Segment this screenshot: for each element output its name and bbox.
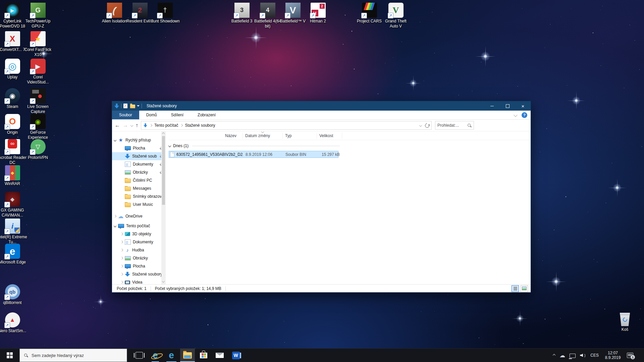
chevron-right-icon[interactable] xyxy=(120,281,123,284)
volume-icon[interactable] xyxy=(580,353,586,358)
tab-zobrazeni[interactable]: Zobrazení xyxy=(191,111,223,119)
chevron-right-icon[interactable] xyxy=(120,233,123,235)
file-explorer-button[interactable] xyxy=(180,349,195,362)
close-button[interactable]: × xyxy=(515,101,531,111)
search-box[interactable]: Prohledat:... xyxy=(435,121,474,130)
ribbon-collapse-icon[interactable] xyxy=(514,113,517,117)
group-header[interactable]: Dnes (1) xyxy=(169,141,531,150)
file-row[interactable]: 630572_1495861_V530ABIV2b2_D2.bin 8.9.20… xyxy=(169,151,338,158)
chevron-right-icon[interactable] xyxy=(120,265,123,267)
desktop-icon-project-cars[interactable]: ↗Project CARS xyxy=(355,3,384,24)
sidebar-item-stazene-soub[interactable]: Stažené soub xyxy=(112,152,166,160)
tab-soubor[interactable]: Soubor xyxy=(112,111,139,119)
desktop-icon-geforce-experience[interactable]: ↗GeForce Experience xyxy=(23,114,53,140)
up-button[interactable]: ↑ xyxy=(136,123,138,128)
titlebar[interactable]: Stažené soubory × xyxy=(112,101,531,111)
sidebar-item-cisteni-pc[interactable]: Čištění PC xyxy=(112,176,166,184)
forward-button[interactable]: → xyxy=(123,123,128,128)
recent-locations-icon[interactable] xyxy=(130,124,133,127)
start-button[interactable] xyxy=(0,349,19,362)
sidebar-item-tento-pocitac[interactable]: Tento počítač xyxy=(112,222,166,230)
column-nazev[interactable]: Název xyxy=(169,133,243,139)
chevron-down-icon[interactable] xyxy=(114,139,116,141)
desktop-icon-techpowerup-gpu-z[interactable]: ↗TechPowerUp GPU-Z xyxy=(23,3,53,29)
desktop-icon-intel-r-extreme-tu[interactable]: ↗Intel(R) Extreme Tu... xyxy=(0,219,27,245)
chevron-right-icon[interactable] xyxy=(120,241,123,243)
sidebar-item-videa[interactable]: Videa xyxy=(112,278,166,285)
sidebar-item-hudba[interactable]: ♪Hudba xyxy=(112,246,166,254)
group-collapse-icon[interactable] xyxy=(168,144,171,147)
sidebar-item-dokumenty[interactable]: Dokumenty xyxy=(112,238,166,246)
sidebar-item-dokumenty[interactable]: Dokumenty xyxy=(112,160,166,168)
address-field[interactable]: Tento počítač Stažené soubory xyxy=(141,121,432,130)
sidebar-item-stazene-soubory[interactable]: Stažené soubory xyxy=(112,270,166,278)
column-velikost[interactable]: Velikost xyxy=(317,133,342,139)
desktop-icon-qbittorrent[interactable]: ↗qBittorrent xyxy=(0,284,27,305)
chevron-right-icon[interactable] xyxy=(114,215,116,218)
desktop-icon-hitman-2[interactable]: ↗Hitman 2 xyxy=(303,3,333,24)
sidebar-item-obrazky[interactable]: Obrázky xyxy=(112,168,166,176)
sidebar-item-3d-objekty[interactable]: 3D objekty xyxy=(112,230,166,238)
desktop-icon-live-screen-capture[interactable]: ↗Live Screen Capture xyxy=(23,88,53,114)
column-datum-zmeny[interactable]: Datum změny xyxy=(243,133,283,139)
network-icon[interactable] xyxy=(570,354,576,358)
breadcrumb-downloads[interactable]: Stažené soubory xyxy=(185,123,215,128)
sidebar-item-obrazky[interactable]: Obrázky xyxy=(112,254,166,262)
taskbar-search[interactable]: Sem zadejte hledaný výraz xyxy=(19,349,127,362)
onedrive-tray-icon[interactable]: ☁ xyxy=(559,352,565,359)
mail-button[interactable] xyxy=(212,349,227,362)
sidebar-item-plocha[interactable]: Plocha xyxy=(112,144,166,152)
desktop-icon-hunt-showdown[interactable]: ↗Hunt Showdown xyxy=(150,3,180,24)
sidebar-item-messages[interactable]: Messages xyxy=(112,184,166,192)
thumbnail-view-button[interactable] xyxy=(521,285,528,292)
action-center-icon[interactable]: 1 xyxy=(627,353,633,358)
qat-customize-icon[interactable] xyxy=(137,105,140,108)
desktop-icon-protonvpn[interactable]: ↗ProtonVPN xyxy=(23,139,53,160)
desktop-icon-nero-startsm[interactable]: ↗Nero StartSm... xyxy=(0,312,27,334)
store-button[interactable] xyxy=(196,349,211,362)
desktop-icon-alien-isolation[interactable]: ↗Alien Isolation xyxy=(100,3,129,24)
tab-domu[interactable]: Domů xyxy=(139,111,164,119)
word-button[interactable]: W xyxy=(228,349,243,362)
desktop-icon-corel-videostud[interactable]: ↗Corel VideoStud... xyxy=(23,59,53,85)
address-dropdown-icon[interactable] xyxy=(419,124,422,127)
scroll-up-icon[interactable] xyxy=(162,132,165,135)
new-folder-icon[interactable] xyxy=(130,105,135,108)
sidebar-item-user-music[interactable]: User Music xyxy=(112,200,166,208)
maximize-button[interactable] xyxy=(500,101,515,111)
edge-button[interactable]: e xyxy=(164,349,179,362)
properties-icon[interactable] xyxy=(123,104,127,108)
desktop-icon-recycle-bin[interactable]: Koš xyxy=(610,313,640,332)
task-view-button[interactable] xyxy=(132,349,147,362)
language-indicator[interactable]: CES xyxy=(590,353,599,358)
chevron-right-icon[interactable] xyxy=(120,273,123,276)
sidebar-item-snimky-obrazovl[interactable]: Snímky obrazovl xyxy=(112,192,166,200)
breadcrumb-this-pc[interactable]: Tento počítač xyxy=(154,123,178,128)
details-view-button[interactable] xyxy=(512,285,519,292)
tab-sdileni[interactable]: Sdílení xyxy=(164,111,191,119)
back-button[interactable]: ← xyxy=(115,123,120,128)
sidebar-item-rychly-pristup[interactable]: ★Rychlý přístup xyxy=(112,136,166,144)
desktop-icon-winrar[interactable]: ↗WinRAR xyxy=(0,165,27,186)
desktop-icon-grand-theft-auto-v[interactable]: ↗Grand Theft Auto V xyxy=(381,3,411,29)
clock[interactable]: 12:07 8.9.2019 xyxy=(603,351,623,360)
chevron-right-icon[interactable] xyxy=(120,257,123,259)
help-icon[interactable]: ? xyxy=(522,112,527,118)
chevron-down-icon[interactable] xyxy=(114,225,116,227)
desktop-icon-battlefield-3[interactable]: ↗Battlefield 3 xyxy=(227,3,257,24)
chevron-right-icon[interactable] xyxy=(120,249,123,251)
breadcrumb-chevron[interactable] xyxy=(150,124,152,127)
sidebar-item-plocha[interactable]: Plocha xyxy=(112,262,166,270)
tray-overflow-icon[interactable] xyxy=(553,354,555,357)
column-typ[interactable]: Typ xyxy=(283,133,317,139)
internet-explorer-button[interactable]: e xyxy=(148,349,163,362)
sidebar-scrollbar[interactable] xyxy=(161,131,166,285)
desktop-icon-gx-gaming-caviman[interactable]: ↗GX GAMING CAVIMAN... xyxy=(0,192,27,218)
breadcrumb-chevron[interactable] xyxy=(180,124,183,127)
scrollbar-thumb[interactable] xyxy=(162,136,165,205)
desktop-icon-corel-fastflick-x10[interactable]: ↗Corel FastFlick X10 xyxy=(23,31,53,57)
sidebar-item-onedrive[interactable]: ☁OneDrive xyxy=(112,212,166,220)
scroll-down-icon[interactable] xyxy=(162,280,165,283)
refresh-icon[interactable] xyxy=(424,122,430,128)
desktop-icon-microsoft-edge[interactable]: ↗Microsoft Edge xyxy=(0,244,27,265)
